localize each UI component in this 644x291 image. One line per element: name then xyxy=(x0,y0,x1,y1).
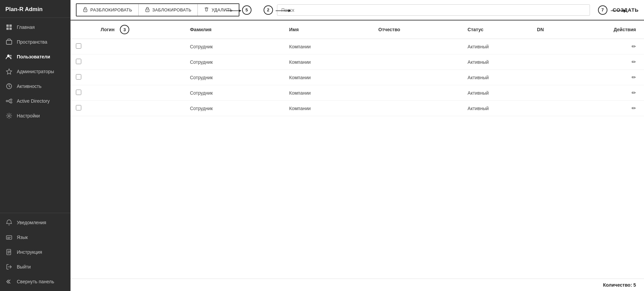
row-checkbox[interactable] xyxy=(76,59,81,64)
row-firstname: Компании xyxy=(284,54,373,70)
row-login xyxy=(95,54,185,70)
lock-label: ЗАБЛОКИРОВАТЬ xyxy=(152,7,192,12)
edit-button[interactable]: ✏ xyxy=(632,90,636,96)
row-checkbox[interactable] xyxy=(76,105,81,110)
sidebar-label-spaces: Пространства xyxy=(17,39,47,45)
sidebar-label-manual: Инструкция xyxy=(17,249,42,255)
row-status: Активный xyxy=(462,85,532,101)
toolbar-create: 7 СОЗДАТЬ xyxy=(596,5,639,15)
sidebar-label-admins: Администраторы xyxy=(17,69,54,74)
spaces-icon xyxy=(5,38,13,46)
users-table-body: Сотрудник Компании Активный ✏ xyxy=(71,39,644,116)
row-lastname: Сотрудник xyxy=(185,101,284,116)
sidebar-label-home: Главная xyxy=(17,25,35,30)
row-checkbox-cell xyxy=(71,70,95,85)
sidebar-label-language: Язык xyxy=(17,235,28,240)
row-actions: ✏ xyxy=(591,54,644,70)
row-dn xyxy=(532,39,591,54)
sidebar-nav: Главная Пространства Пользователи Админи… xyxy=(0,18,71,213)
collapse-icon xyxy=(5,278,13,285)
annotation-2: 2 xyxy=(264,5,273,15)
sidebar-label-settings: Настройки xyxy=(17,113,40,118)
row-lastname: Сотрудник xyxy=(185,85,284,101)
language-icon xyxy=(5,234,13,241)
sidebar-item-settings[interactable]: Настройки xyxy=(0,108,71,123)
sidebar-collapse-btn[interactable]: Свернуть панель xyxy=(0,274,71,289)
settings-icon xyxy=(5,112,13,119)
row-lastname: Сотрудник xyxy=(185,70,284,85)
active-directory-icon xyxy=(5,97,13,105)
sidebar-item-active-directory[interactable]: Active Directory xyxy=(0,94,71,108)
sidebar-item-language[interactable]: Язык xyxy=(0,230,71,245)
sidebar: Plan-R Admin Главная Пространства Пользо… xyxy=(0,0,71,291)
sidebar-item-home[interactable]: Главная xyxy=(0,20,71,35)
edit-button[interactable]: ✏ xyxy=(632,75,636,80)
row-middlename xyxy=(373,39,462,54)
unlock-label: РАЗБЛОКИРОВАТЬ xyxy=(90,7,132,12)
lock-icon xyxy=(145,7,150,13)
lock-button[interactable]: ЗАБЛОКИРОВАТЬ xyxy=(139,4,198,16)
row-firstname: Компании xyxy=(284,101,373,116)
row-status: Активный xyxy=(462,54,532,70)
sidebar-label-active-directory: Active Directory xyxy=(17,98,50,104)
sidebar-item-manual[interactable]: Инструкция xyxy=(0,245,71,259)
sidebar-label-activity: Активность xyxy=(17,84,42,89)
notifications-icon xyxy=(5,219,13,226)
toolbar: РАЗБЛОКИРОВАТЬ ЗАБЛОКИРОВАТЬ УДАЛИТЬ 5 xyxy=(71,0,644,20)
row-actions: ✏ xyxy=(591,70,644,85)
row-firstname: Компании xyxy=(284,39,373,54)
sidebar-item-users[interactable]: Пользователи xyxy=(0,49,71,64)
sidebar-label-users: Пользователи xyxy=(17,54,50,59)
row-actions: ✏ xyxy=(591,101,644,116)
col-header-actions: Действия xyxy=(591,20,644,39)
unlock-button[interactable]: РАЗБЛОКИРОВАТЬ xyxy=(77,4,139,16)
svg-rect-10 xyxy=(10,99,12,100)
row-actions: ✏ xyxy=(591,39,644,54)
manual-icon xyxy=(5,248,13,256)
sidebar-item-logout[interactable]: Выйти xyxy=(0,259,71,274)
svg-rect-11 xyxy=(10,102,12,103)
row-checkbox-cell xyxy=(71,54,95,70)
svg-rect-3 xyxy=(9,28,12,30)
delete-button[interactable]: УДАЛИТЬ xyxy=(198,4,239,16)
sidebar-item-notifications[interactable]: Уведомления xyxy=(0,215,71,230)
users-table: Логин 3 Фамилия Имя Отчество Статус DN Д… xyxy=(71,20,644,116)
col-header-lastname: Фамилия xyxy=(185,20,284,39)
sidebar-item-activity[interactable]: Активность xyxy=(0,79,71,94)
sidebar-item-spaces[interactable]: Пространства xyxy=(0,35,71,49)
col-header-login: Логин 3 xyxy=(95,20,185,39)
row-checkbox-cell xyxy=(71,101,95,116)
svg-point-16 xyxy=(85,10,86,11)
sidebar-label-notifications: Уведомления xyxy=(17,220,46,225)
edit-button[interactable]: ✏ xyxy=(632,44,636,49)
row-checkbox[interactable] xyxy=(76,74,81,80)
sidebar-collapse-label: Свернуть панель xyxy=(17,279,54,284)
row-login xyxy=(95,101,185,116)
count-label: Количество: 5 xyxy=(603,282,636,288)
col-header-middlename: Отчество xyxy=(373,20,462,39)
row-lastname: Сотрудник xyxy=(185,39,284,54)
svg-point-12 xyxy=(8,115,10,117)
svg-point-6 xyxy=(10,55,12,57)
col-header-firstname: Имя xyxy=(284,20,373,39)
row-actions: ✏ xyxy=(591,85,644,101)
row-firstname: Компании xyxy=(284,85,373,101)
sidebar-bottom: Уведомления Язык Инструкция Выйти Сверну… xyxy=(0,213,71,291)
annotation-3: 3 xyxy=(120,25,129,34)
row-login xyxy=(95,85,185,101)
svg-rect-1 xyxy=(9,25,12,27)
row-dn xyxy=(532,70,591,85)
row-checkbox[interactable] xyxy=(76,90,81,95)
row-checkbox[interactable] xyxy=(76,43,81,49)
row-dn xyxy=(532,54,591,70)
sidebar-item-admins[interactable]: Администраторы xyxy=(0,64,71,79)
table-container: Логин 3 Фамилия Имя Отчество Статус DN Д… xyxy=(71,20,644,279)
search-input[interactable] xyxy=(277,4,590,16)
main-content: РАЗБЛОКИРОВАТЬ ЗАБЛОКИРОВАТЬ УДАЛИТЬ 5 xyxy=(71,0,644,291)
create-button[interactable]: СОЗДАТЬ xyxy=(613,7,639,13)
annotation-7: 7 xyxy=(598,5,607,15)
edit-button[interactable]: ✏ xyxy=(632,59,636,65)
svg-marker-7 xyxy=(6,69,12,74)
home-icon xyxy=(5,23,13,31)
edit-button[interactable]: ✏ xyxy=(632,105,636,111)
